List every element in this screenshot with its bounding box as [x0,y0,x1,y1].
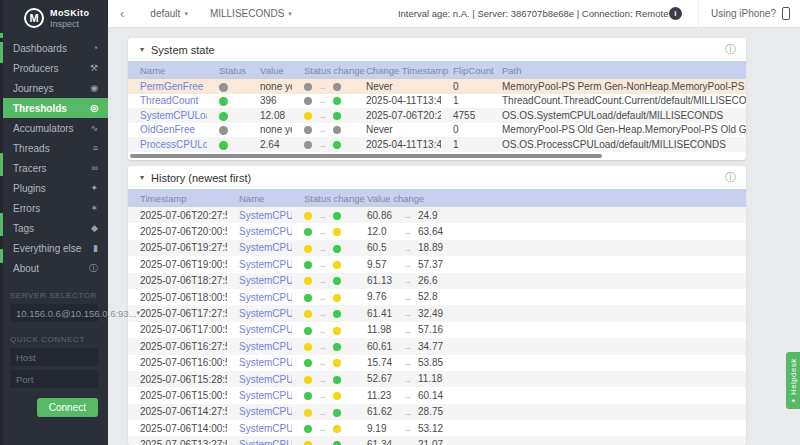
sidebar-item-label: Errors [13,203,90,214]
arrow-right-icon: → [403,375,412,385]
status-change-cell: → [292,137,354,152]
status-cell [207,94,248,109]
change-timestamp-cell: 2025-04-11T13:49:54,144 [354,137,441,152]
arrow-right-icon: → [318,140,327,150]
sidebar-item-label: Threads [13,143,93,154]
sidebar-item-journeys[interactable]: Journeys◉ [0,78,108,98]
table-row: ThreadCount396→2025-04-11T13:49:54,1371T… [128,94,746,109]
sidebar-item-threads[interactable]: Threads≡ [0,138,108,158]
sidebar-item-everything-else[interactable]: Everything else▮ [0,238,108,258]
sidebar-item-tags[interactable]: Tags◆ [0,218,108,238]
threshold-link[interactable]: SystemCPULoad [239,308,292,319]
phone-icon [782,7,790,20]
sidebar-item-errors[interactable]: Errors✶ [0,198,108,218]
threshold-link[interactable]: SystemCPULoad [239,390,292,401]
sidebar-item-label: Journeys [13,83,90,94]
threshold-link[interactable]: SystemCPULoad [239,406,292,417]
status-dot-yellow [304,343,312,351]
value-change-cell: 11.23→60.14 [355,387,746,403]
status-change-cell: → [292,207,355,223]
value-cell: 12.08 [248,108,292,123]
connect-button[interactable]: Connect [37,398,98,417]
section-collapse-icon[interactable]: ▾ [140,45,144,54]
sidebar-item-tracers[interactable]: Tracers∞ [0,158,108,178]
using-iphone-link[interactable]: Using iPhone? [711,7,790,20]
value-from: 12.0 [367,226,397,237]
threshold-link[interactable]: PermGenFree [140,81,203,92]
name-cell: SystemCPULoad [227,420,292,436]
threshold-link[interactable]: SystemCPULoad [239,341,292,352]
value-from: 61.34 [367,439,397,445]
sidebar-item-producers[interactable]: Producers⚒ [0,58,108,78]
value-from: 61.41 [367,308,397,319]
app-logo[interactable]: M MoSKito Inspect [0,0,108,36]
name-cell: SystemCPULoad [227,223,292,239]
value-from: 11.98 [367,324,397,335]
arrow-right-icon: → [318,424,327,434]
threshold-link[interactable]: SystemCPULoad [239,439,292,445]
status-dot-gray [304,141,312,149]
quick-connect-label: QUICK CONNECT [10,335,98,344]
threshold-link[interactable]: SystemCPULoad [239,357,292,368]
accent-mark [0,249,3,263]
threshold-link[interactable]: ThreadCount [140,95,198,106]
server-selector-dropdown[interactable]: 10.156.0.6@10.156.0.6:93... ▾ [10,304,98,322]
section-collapse-icon[interactable]: ▾ [140,173,144,182]
threshold-link[interactable]: SystemCPULoad [239,275,292,286]
value-to: 53.12 [418,423,443,434]
status-dot-yellow [333,359,341,367]
table-row: ProcessCPULoad2.64→2025-04-11T13:49:54,1… [128,137,746,152]
sidebar-item-plugins[interactable]: Plugins✦ [0,178,108,198]
sidebar-item-about[interactable]: Aboutⓘ [0,258,108,278]
status-cell [207,108,248,123]
threshold-link[interactable]: ProcessCPULoad [140,139,207,150]
arrow-right-icon: → [403,342,412,352]
sidebar-collapse-icon[interactable]: ‹ [120,7,124,20]
sidebar-item-thresholds[interactable]: Thresholds◎ [0,98,108,118]
status-dot-yellow [333,261,341,269]
interval-dropdown[interactable]: default ▾ [150,8,188,19]
threshold-link[interactable]: SystemCPULoad [140,110,207,121]
sidebar-item-accumulators[interactable]: Accumulators∿ [0,118,108,138]
arrow-right-icon: → [318,111,327,121]
name-cell: SystemCPULoad [227,256,292,272]
system-state-title: System state [151,44,725,56]
path-cell: MemoryPool-PS Old Gen-Heap.MemoryPool-PS… [490,123,746,138]
status-dot-green [219,112,228,121]
status-dot-yellow [304,441,312,445]
value-to: 52.8 [418,291,437,302]
arrow-right-icon: → [403,424,412,434]
threshold-link[interactable]: OldGenFree [140,124,195,135]
table-row: 2025-07-06T17:27:54,138SystemCPULoad→61.… [128,305,746,321]
unit-dropdown[interactable]: MILLISECONDS ▾ [210,8,292,19]
threshold-name-cell: ProcessCPULoad [128,137,207,152]
name-cell: SystemCPULoad [227,387,292,403]
value-change-cell: 60.61→34.77 [355,338,746,354]
horizontal-scrollbar[interactable] [130,154,602,158]
info-icon[interactable]: ⓘ [725,42,736,57]
threshold-link[interactable]: SystemCPULoad [239,374,292,385]
change-timestamp-cell: 2025-04-11T13:49:54,137 [354,94,441,109]
sidebar-item-dashboards[interactable]: Dashboards◔ [0,38,108,58]
threshold-link[interactable]: SystemCPULoad [239,242,292,253]
arrow-right-icon: → [403,391,412,401]
table-row: 2025-07-06T15:28:54,137SystemCPULoad→52.… [128,371,746,387]
helpdesk-button[interactable]: ● Helpdesk [786,352,800,409]
value-change-cell: 61.41→32.49 [355,305,746,321]
host-input[interactable] [10,348,98,366]
table-row: 2025-07-06T14:00:54,138SystemCPULoad→9.1… [128,420,746,436]
threshold-link[interactable]: SystemCPULoad [239,423,292,434]
info-icon[interactable]: ⓘ [725,170,736,185]
threshold-link[interactable]: SystemCPULoad [239,226,292,237]
column-header: Timestamp [128,189,227,207]
port-input[interactable] [10,370,98,388]
status-change-cell: → [292,436,355,445]
threshold-link[interactable]: SystemCPULoad [239,292,292,303]
status-change-indicator: → [304,81,341,92]
info-icon[interactable]: i [669,7,682,20]
threshold-name-cell: ThreadCount [128,94,207,109]
threshold-link[interactable]: SystemCPULoad [239,259,292,270]
threshold-link[interactable]: SystemCPULoad [239,210,292,221]
threshold-link[interactable]: SystemCPULoad [239,324,292,335]
timestamp-cell: 2025-07-06T16:00:54,137 [128,355,227,371]
